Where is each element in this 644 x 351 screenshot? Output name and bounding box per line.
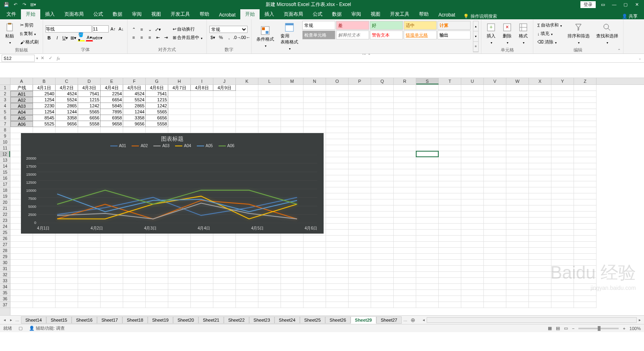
cell[interactable]: [101, 296, 123, 302]
sheet-tab-Sheet23[interactable]: Sheet23: [249, 316, 275, 324]
cell[interactable]: [506, 260, 529, 266]
cell[interactable]: [236, 85, 258, 91]
tab-审阅[interactable]: 审阅: [347, 9, 366, 19]
row-header-15[interactable]: 15: [0, 169, 10, 175]
cell[interactable]: [281, 248, 303, 254]
cell[interactable]: [326, 103, 349, 109]
cell[interactable]: [213, 278, 236, 284]
cell[interactable]: [349, 187, 371, 193]
cell[interactable]: [123, 260, 146, 266]
cell[interactable]: [416, 242, 439, 248]
cell[interactable]: [394, 193, 416, 199]
cell[interactable]: [416, 133, 439, 139]
sheet-tab-Sheet19[interactable]: Sheet19: [148, 316, 173, 324]
cell[interactable]: [484, 139, 506, 145]
cell[interactable]: [123, 242, 146, 248]
cell[interactable]: [371, 85, 394, 91]
row-header-28[interactable]: 28: [0, 248, 10, 254]
tab-Acrobat[interactable]: Acrobat: [214, 10, 240, 19]
cell[interactable]: [394, 218, 416, 224]
tab-开发工具[interactable]: 开发工具: [166, 9, 195, 19]
cell[interactable]: [281, 109, 303, 115]
cell[interactable]: [551, 163, 574, 169]
cell[interactable]: [213, 121, 236, 127]
cell[interactable]: [101, 278, 123, 284]
cell[interactable]: [371, 151, 394, 157]
cell[interactable]: [78, 260, 101, 266]
cell[interactable]: [461, 187, 484, 193]
cell[interactable]: [416, 199, 439, 205]
row-header-27[interactable]: 27: [0, 242, 10, 248]
cell[interactable]: [529, 260, 551, 266]
cell[interactable]: [506, 187, 529, 193]
row-header-2[interactable]: 2: [0, 91, 10, 97]
col-header-O[interactable]: O: [326, 78, 349, 84]
cell[interactable]: [349, 284, 371, 290]
cell[interactable]: [416, 127, 439, 133]
cell[interactable]: [416, 211, 439, 218]
cell[interactable]: [574, 121, 597, 127]
cell[interactable]: [574, 169, 597, 175]
sheet-tab-Sheet18[interactable]: Sheet18: [122, 316, 148, 324]
cell[interactable]: [371, 248, 394, 254]
cell[interactable]: 7541: [78, 91, 101, 97]
cell[interactable]: [461, 127, 484, 133]
cell[interactable]: [326, 139, 349, 145]
cell[interactable]: [349, 151, 371, 157]
col-header-V[interactable]: V: [484, 78, 506, 84]
cell[interactable]: [574, 163, 597, 169]
undo-icon[interactable]: ↶: [12, 1, 19, 8]
cell[interactable]: 7895: [101, 109, 123, 115]
cell[interactable]: 5558: [78, 121, 101, 127]
cell[interactable]: [574, 85, 597, 91]
cell[interactable]: [56, 266, 78, 272]
cell[interactable]: [394, 103, 416, 109]
cell[interactable]: [461, 145, 484, 151]
cell[interactable]: [236, 266, 258, 272]
cell[interactable]: [33, 127, 56, 133]
cell[interactable]: [551, 199, 574, 205]
style-差[interactable]: 差: [336, 21, 369, 30]
worksheet-grid[interactable]: ABCDEFGHIJKLMNOPQRSTUVWXYZ 1234567891011…: [0, 78, 644, 315]
cell[interactable]: [461, 254, 484, 260]
cell[interactable]: [258, 97, 281, 103]
cell[interactable]: [529, 230, 551, 236]
cell[interactable]: [371, 121, 394, 127]
cell[interactable]: [349, 224, 371, 230]
cell[interactable]: [258, 115, 281, 121]
cell[interactable]: [416, 272, 439, 278]
cell[interactable]: [461, 296, 484, 302]
cell[interactable]: [394, 224, 416, 230]
style-警告文本[interactable]: 警告文本: [370, 31, 403, 39]
cell[interactable]: A05: [10, 115, 33, 121]
cell[interactable]: [371, 175, 394, 181]
row-header-25[interactable]: 25: [0, 230, 10, 236]
cell[interactable]: [416, 302, 439, 308]
cell[interactable]: [236, 296, 258, 302]
cell[interactable]: [56, 296, 78, 302]
cell[interactable]: [236, 272, 258, 278]
tab-页面布局[interactable]: 页面布局: [60, 9, 89, 19]
cell[interactable]: [303, 266, 326, 272]
cell[interactable]: [484, 248, 506, 254]
row-header-22[interactable]: 22: [0, 211, 10, 218]
tab-Acrobat[interactable]: Acrobat: [433, 10, 460, 19]
cell[interactable]: [551, 211, 574, 218]
cell[interactable]: [168, 266, 191, 272]
maximize-icon[interactable]: ▢: [621, 2, 630, 7]
align-top-icon[interactable]: ⌃: [130, 26, 137, 33]
cell[interactable]: [506, 236, 529, 242]
row-header-3[interactable]: 3: [0, 97, 10, 103]
cell[interactable]: [281, 284, 303, 290]
cell[interactable]: [416, 103, 439, 109]
cell[interactable]: [439, 278, 461, 284]
accounting-format-icon[interactable]: $▾: [209, 34, 217, 41]
cell[interactable]: [213, 97, 236, 103]
zoom-level[interactable]: 100%: [630, 326, 641, 331]
cell[interactable]: 1244: [56, 109, 78, 115]
cell[interactable]: [461, 290, 484, 296]
col-header-Q[interactable]: Q: [371, 78, 394, 84]
cell[interactable]: [56, 254, 78, 260]
cell[interactable]: [349, 205, 371, 211]
cell[interactable]: [461, 151, 484, 157]
